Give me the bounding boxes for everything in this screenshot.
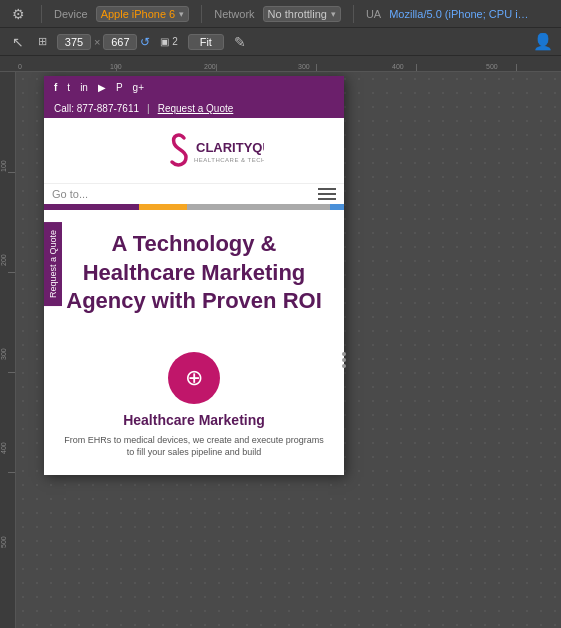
canvas-area: 0 100 200 300 400 500 100 200 300 400 — [0, 56, 561, 628]
ruler-left-100: 100 — [0, 160, 7, 172]
device-label: Device — [54, 8, 88, 20]
twitter-icon[interactable]: t — [67, 82, 70, 93]
ua-label: UA — [366, 8, 381, 20]
hamburger-line-3 — [318, 198, 336, 200]
ruler-400: 400 — [392, 63, 404, 70]
ruler-left-200: 200 — [0, 254, 7, 266]
service-desc: From EHRs to medical devices, we create … — [60, 434, 328, 459]
ruler-left-400: 400 — [0, 442, 7, 454]
ruler-500: 500 — [486, 63, 498, 70]
colorbar-gray — [187, 204, 330, 210]
ruler-0: 0 — [18, 63, 22, 70]
linkedin-icon[interactable]: in — [80, 82, 88, 93]
svg-text:HEALTHCARE & TECH MARKETING: HEALTHCARE & TECH MARKETING — [194, 157, 264, 163]
company-logo: CLARITYQUEST. HEALTHCARE & TECH MARKETIN… — [124, 130, 264, 175]
drag-dot-2 — [342, 358, 346, 362]
colorbar-purple — [44, 204, 139, 210]
tick-100 — [116, 64, 117, 72]
colorbar-blue — [330, 204, 344, 210]
main-area: 0 100 200 300 400 500 100 200 300 400 — [0, 56, 561, 628]
width-input[interactable]: 375 — [57, 34, 91, 50]
network-value: No throttling — [268, 8, 327, 20]
left-tick-200 — [8, 272, 16, 273]
viewport: Request a Quote f t in ▶ P g+ C — [16, 72, 561, 628]
sidebar-request-tab[interactable]: Request a Quote — [44, 222, 62, 306]
pencil-icon[interactable]: ✎ — [230, 32, 250, 52]
drag-dot-3 — [342, 364, 346, 368]
medical-icon: ⊕ — [185, 365, 203, 391]
logo-area: CLARITYQUEST. HEALTHCARE & TECH MARKETIN… — [44, 118, 344, 183]
tick-400 — [416, 64, 417, 72]
pointer-icon[interactable]: ↖ — [8, 32, 28, 52]
service-section: ⊕ Healthcare Marketing From EHRs to medi… — [44, 336, 344, 475]
rotate-icon[interactable]: ↺ — [140, 35, 150, 49]
device-toolbar: ⚙ Device Apple iPhone 6 ▾ Network No thr… — [0, 0, 561, 28]
ruler-300: 300 — [298, 63, 310, 70]
divider-1 — [41, 5, 42, 23]
ruler-left-300: 300 — [0, 348, 7, 360]
person-icon[interactable]: 👤 — [533, 32, 553, 51]
contact-quote-link[interactable]: Request a Quote — [158, 103, 234, 114]
chevron-down-icon-2: ▾ — [331, 9, 336, 19]
facebook-icon[interactable]: f — [54, 82, 57, 93]
left-tick-300 — [8, 372, 16, 373]
contact-bar: Call: 877-887-7611 | Request a Quote — [44, 99, 344, 118]
height-input[interactable]: 667 — [103, 34, 137, 50]
top-ruler: 0 100 200 300 400 500 — [0, 56, 561, 72]
device-frame: f t in ▶ P g+ Call: 877-887-7611 | Reque… — [44, 76, 344, 475]
left-tick-100 — [8, 172, 16, 173]
hamburger-line-1 — [318, 188, 336, 190]
divider-3 — [353, 5, 354, 23]
divider-2 — [201, 5, 202, 23]
googleplus-icon[interactable]: g+ — [133, 82, 144, 93]
settings-icon[interactable]: ⚙ — [8, 4, 29, 24]
site-nav: Go to... — [44, 183, 344, 204]
sidebar-tab-label: Request a Quote — [48, 230, 58, 298]
ua-value: Mozilla/5.0 (iPhone; CPU iPhone O... — [389, 8, 529, 20]
color-bar — [44, 204, 344, 210]
left-ruler: 100 200 300 400 500 — [0, 72, 16, 628]
chevron-down-icon: ▾ — [179, 9, 184, 19]
tick-500 — [516, 64, 517, 72]
contact-separator: | — [147, 103, 150, 114]
zoom-display: Fit — [188, 34, 224, 50]
network-label: Network — [214, 8, 254, 20]
screens-count[interactable]: ▣ 2 — [156, 34, 181, 49]
network-select[interactable]: No throttling ▾ — [263, 6, 341, 22]
zoom-input[interactable]: Fit — [188, 34, 224, 50]
youtube-icon[interactable]: ▶ — [98, 82, 106, 93]
dimension-toolbar: ↖ ⊞ 375 × 667 ↺ ▣ 2 Fit ✎ 👤 — [0, 28, 561, 56]
ruler-left-500: 500 — [0, 536, 7, 548]
pinterest-icon[interactable]: P — [116, 82, 123, 93]
drag-dot-1 — [342, 352, 346, 356]
hero-section: A Technology & Healthcare Marketing Agen… — [44, 210, 344, 336]
svg-text:CLARITYQUEST.: CLARITYQUEST. — [196, 140, 264, 155]
service-icon-circle: ⊕ — [168, 352, 220, 404]
hamburger-line-2 — [318, 193, 336, 195]
times-symbol: × — [94, 36, 100, 48]
drag-handle[interactable] — [342, 352, 346, 368]
hero-title: A Technology & Healthcare Marketing Agen… — [60, 230, 328, 316]
ruler-200: 200 — [204, 63, 216, 70]
dimension-display: 375 × 667 ↺ — [57, 34, 150, 50]
device-select[interactable]: Apple iPhone 6 ▾ — [96, 6, 190, 22]
service-title: Healthcare Marketing — [60, 412, 328, 428]
left-tick-400 — [8, 472, 16, 473]
device-value: Apple iPhone 6 — [101, 8, 176, 20]
contact-phone: Call: 877-887-7611 — [54, 103, 139, 114]
colorbar-yellow — [139, 204, 187, 210]
screen-icon[interactable]: ⊞ — [34, 33, 51, 50]
canvas-inner: 100 200 300 400 500 Request a Quote — [0, 72, 561, 628]
tick-200 — [216, 64, 217, 72]
nav-goto-text: Go to... — [52, 188, 88, 200]
tick-300 — [316, 64, 317, 72]
hamburger-menu[interactable] — [318, 188, 336, 200]
social-bar: f t in ▶ P g+ — [44, 76, 344, 99]
